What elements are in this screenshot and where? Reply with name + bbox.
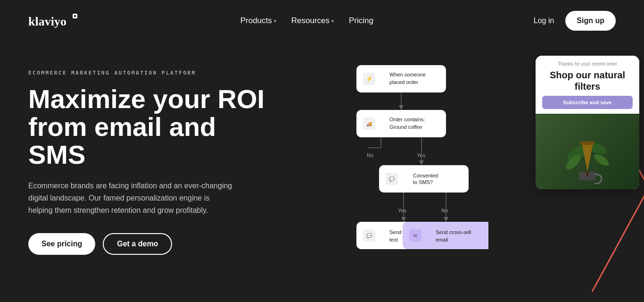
- svg-text:⚡: ⚡: [366, 75, 373, 82]
- email-product-image: [536, 114, 639, 189]
- svg-text:klaviyo: klaviyo: [28, 15, 66, 28]
- hero-visual: Thanks for your recent order Shop our na…: [333, 51, 644, 302]
- logo[interactable]: klaviyo: [28, 12, 80, 29]
- svg-text:Ground coffee: Ground coffee: [389, 124, 422, 130]
- get-demo-button[interactable]: Get a demo: [103, 233, 172, 255]
- svg-marker-41: [444, 217, 448, 222]
- svg-text:to SMS?: to SMS?: [413, 179, 433, 185]
- hero-title: Maximize your ROI from email and SMS: [28, 85, 273, 168]
- svg-marker-28: [419, 160, 424, 165]
- svg-text:email: email: [436, 237, 448, 243]
- hero-eyebrow: ECOMMERCE MARKETING AUTOMATION PLATFORM: [28, 70, 273, 76]
- svg-text:💬: 💬: [366, 233, 372, 239]
- svg-text:🚚: 🚚: [366, 121, 372, 127]
- svg-marker-39: [401, 217, 406, 222]
- nav-actions: Log in Sign up: [534, 11, 616, 31]
- svg-text:No: No: [367, 152, 373, 158]
- nav-products[interactable]: Products ▾: [240, 16, 276, 25]
- nav-pricing[interactable]: Pricing: [349, 16, 373, 25]
- hero-section: ECOMMERCE MARKETING AUTOMATION PLATFORM …: [0, 42, 644, 302]
- see-pricing-button[interactable]: See pricing: [28, 233, 95, 255]
- hero-text: ECOMMERCE MARKETING AUTOMATION PLATFORM …: [28, 60, 273, 255]
- svg-marker-16: [399, 105, 404, 110]
- navigation: klaviyo Products ▾ Resources ▾ Pricing L…: [0, 0, 644, 42]
- email-title: Shop our natural filters: [536, 69, 639, 96]
- login-button[interactable]: Log in: [534, 17, 554, 25]
- email-header-text: Thanks for your recent order: [536, 56, 639, 69]
- nav-links: Products ▾ Resources ▾ Pricing: [240, 16, 373, 25]
- svg-text:💬: 💬: [389, 176, 395, 182]
- svg-text:When someone: When someone: [389, 72, 426, 77]
- hero-buttons: See pricing Get a demo: [28, 233, 273, 255]
- svg-rect-2: [74, 15, 76, 17]
- svg-rect-7: [580, 141, 594, 145]
- svg-text:✉: ✉: [413, 233, 417, 238]
- nav-resources[interactable]: Resources ▾: [291, 16, 334, 25]
- chevron-down-icon: ▾: [274, 18, 276, 24]
- svg-text:Yes: Yes: [417, 152, 425, 158]
- svg-text:No: No: [441, 208, 448, 213]
- svg-text:Send cross-sell: Send cross-sell: [436, 229, 471, 235]
- svg-text:Consented: Consented: [413, 173, 438, 178]
- chevron-down-icon: ▾: [331, 18, 334, 24]
- svg-text:Yes: Yes: [398, 208, 406, 213]
- signup-button[interactable]: Sign up: [565, 11, 616, 31]
- svg-text:text: text: [389, 237, 398, 243]
- svg-text:Order contains:: Order contains:: [389, 117, 425, 122]
- email-preview-card: Thanks for your recent order Shop our na…: [536, 56, 639, 189]
- hero-description: Ecommerce brands are facing inflation an…: [28, 180, 236, 216]
- svg-text:placed order: placed order: [389, 79, 418, 85]
- email-cta-button[interactable]: Subscribe and save: [542, 96, 633, 109]
- svg-point-6: [593, 152, 611, 168]
- flow-diagram: ⚡ When someone placed order 🚚 Order cont…: [342, 65, 488, 302]
